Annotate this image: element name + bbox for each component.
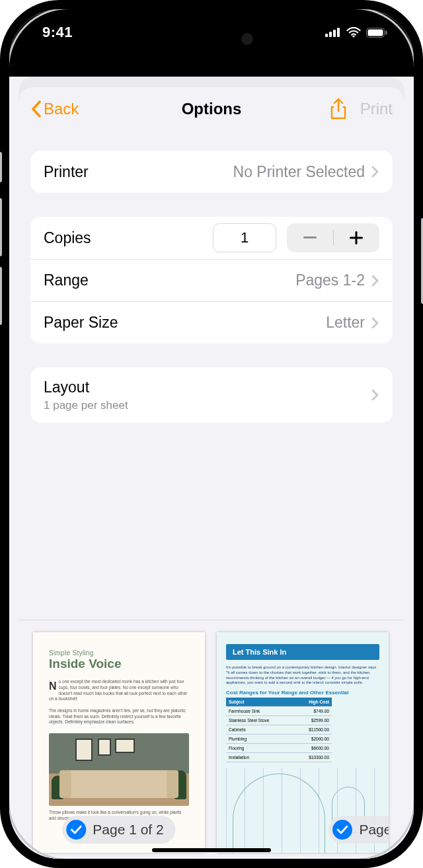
- copies-label: Copies: [44, 229, 91, 247]
- paper-size-label: Paper Size: [44, 314, 118, 332]
- svg-rect-1: [329, 32, 332, 37]
- page2-cost-table: SubjectHigh Cost Farmhouse Sink$749.00 S…: [226, 698, 332, 762]
- dynamic-island: [155, 25, 268, 53]
- svg-rect-3: [337, 28, 340, 37]
- page1-pill-label: Page 1 of 2: [93, 822, 163, 838]
- printer-row[interactable]: Printer No Printer Selected: [30, 151, 393, 193]
- svg-rect-0: [325, 34, 328, 37]
- preview-page-1[interactable]: Simple Styling Inside Voice No one excep…: [33, 632, 205, 853]
- phone-volume-up: [0, 198, 2, 256]
- layout-row[interactable]: Layout 1 page per sheet: [30, 367, 393, 423]
- copies-value: 1: [241, 229, 249, 246]
- nav-bar: Back Options Print: [19, 87, 404, 131]
- page1-body: No one except the most dedicated monk ha…: [33, 675, 205, 729]
- copies-row: Copies 1: [30, 217, 393, 259]
- chevron-right-icon: [371, 317, 379, 329]
- print-button[interactable]: Print: [360, 100, 393, 118]
- stepper-plus[interactable]: [334, 231, 380, 244]
- copies-field[interactable]: 1: [213, 223, 276, 252]
- range-value: Pages 1-2: [295, 271, 365, 289]
- checkmark-icon: [66, 820, 86, 840]
- page1-title: Inside Voice: [49, 657, 189, 671]
- paper-size-value: Letter: [326, 314, 365, 332]
- cellular-icon: [325, 28, 341, 37]
- phone-silence-switch: [0, 152, 2, 182]
- page1-pill[interactable]: Page 1 of 2: [62, 816, 175, 844]
- printer-value: No Printer Selected: [233, 163, 365, 181]
- svg-point-4: [352, 35, 354, 37]
- page2-pill[interactable]: Page 2: [328, 816, 389, 844]
- svg-rect-7: [385, 30, 387, 34]
- preview-page-2[interactable]: Let This Sink In It's possible to break …: [217, 632, 389, 853]
- chevron-right-icon: [371, 275, 379, 287]
- layout-label: Layout: [44, 379, 128, 396]
- back-button[interactable]: Back: [30, 100, 79, 118]
- page1-kicker: Simple Styling: [49, 649, 189, 657]
- back-label: Back: [44, 100, 79, 118]
- svg-rect-2: [333, 30, 336, 37]
- phone-volume-down: [0, 267, 2, 325]
- page1-image: [49, 733, 189, 806]
- battery-icon: [366, 28, 387, 38]
- wifi-icon: [346, 27, 361, 38]
- home-indicator[interactable]: [152, 848, 271, 852]
- page2-heading: Let This Sink In: [226, 644, 379, 660]
- svg-rect-10: [350, 237, 363, 239]
- settings-group: Copies 1 R: [30, 217, 393, 344]
- chevron-right-icon: [371, 166, 379, 178]
- status-time: 9:41: [42, 24, 73, 41]
- layout-group: Layout 1 page per sheet: [30, 367, 393, 423]
- range-row[interactable]: Range Pages 1-2: [30, 259, 393, 301]
- svg-rect-6: [368, 29, 383, 36]
- print-options-sheet: Back Options Print Printer No Printer Se…: [19, 87, 404, 859]
- range-label: Range: [44, 271, 89, 289]
- phone-frame: 9:41 Back Options: [0, 0, 423, 868]
- paper-size-row[interactable]: Paper Size Letter: [30, 301, 393, 344]
- layout-subtitle: 1 page per sheet: [44, 399, 128, 412]
- printer-group: Printer No Printer Selected: [30, 151, 393, 193]
- chevron-left-icon: [30, 100, 42, 118]
- svg-rect-8: [303, 236, 317, 238]
- page2-pill-label: Page 2: [359, 822, 389, 838]
- chevron-right-icon: [371, 389, 379, 401]
- page2-subheading: Cost Ranges for Your Range and Other Ess…: [226, 690, 379, 696]
- stepper-minus[interactable]: [287, 236, 333, 239]
- printer-label: Printer: [44, 163, 89, 181]
- share-button[interactable]: [330, 98, 347, 120]
- page2-body: It's possible to break ground on a conte…: [217, 665, 389, 686]
- checkmark-icon: [332, 820, 352, 840]
- preview-tray[interactable]: Simple Styling Inside Voice No one excep…: [19, 620, 404, 859]
- copies-stepper: [287, 223, 379, 252]
